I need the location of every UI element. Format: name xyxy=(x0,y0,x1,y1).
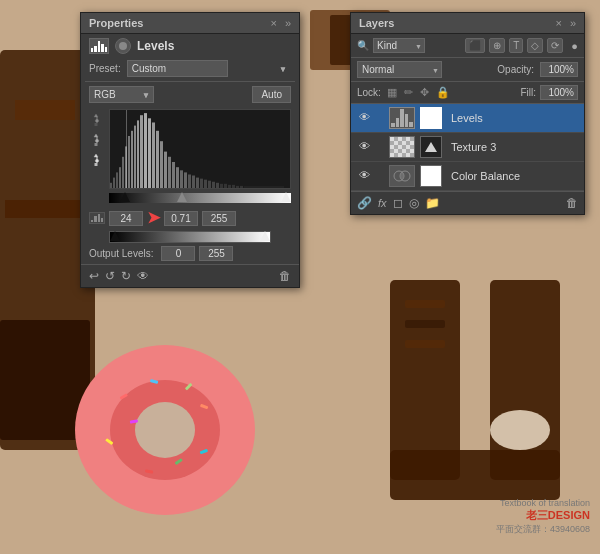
filter-pixel-icon[interactable]: ⬛ xyxy=(465,38,485,53)
properties-panel-header: Properties × » xyxy=(81,13,299,34)
properties-toolbar: ↩ ↺ ↻ 👁 🗑 xyxy=(81,264,299,287)
layers-tool-mask[interactable]: ◻ xyxy=(393,196,403,210)
filter-toggle[interactable]: ● xyxy=(571,40,578,52)
eyedropper-tools xyxy=(89,109,105,189)
colorbalance-layer-thumb xyxy=(389,165,415,187)
levels-title: Levels xyxy=(137,39,174,53)
svg-marker-69 xyxy=(425,142,437,152)
layer-row-colorbalance[interactable]: 👁 Color Balance xyxy=(351,162,584,191)
watermark: Textbook of translation 老三DESIGN 平面交流群：4… xyxy=(496,498,590,536)
channel-select[interactable]: RGB Red Green Blue xyxy=(89,86,154,103)
output-white-handle[interactable] xyxy=(260,231,270,241)
mid-input-handle[interactable] xyxy=(177,192,187,202)
layers-panel: Layers × » 🔍 Kind ▼ ⬛ ⊕ T ◇ ⟳ ● Normal M… xyxy=(350,12,585,215)
black-eyedropper[interactable] xyxy=(89,113,103,127)
watermark-line1: Textbook of translation xyxy=(496,498,590,508)
output-black-input[interactable] xyxy=(161,246,195,261)
preset-select[interactable]: Custom Default Darker Increase Contrast … xyxy=(127,60,228,77)
svg-rect-52 xyxy=(180,170,183,188)
svg-rect-32 xyxy=(110,183,112,188)
output-levels-area xyxy=(109,231,271,243)
layers-tool-group[interactable]: 📁 xyxy=(425,196,440,210)
svg-marker-28 xyxy=(94,134,99,143)
props-tool-icon-1[interactable]: ↩ xyxy=(89,269,99,283)
lock-transparent-icon[interactable]: ▦ xyxy=(385,85,399,100)
svg-rect-35 xyxy=(119,167,121,188)
svg-rect-68 xyxy=(244,186,284,188)
filter-adjustment-icon[interactable]: ⊕ xyxy=(489,38,505,53)
kind-select[interactable]: Kind xyxy=(373,38,425,53)
auto-button[interactable]: Auto xyxy=(252,86,291,103)
output-labels-row: Output Levels: xyxy=(81,243,299,264)
eye-icon-levels[interactable]: 👁 xyxy=(357,111,371,125)
blend-opacity-row: Normal Multiply Screen Overlay ▼ Opacity… xyxy=(351,58,584,82)
kind-select-wrapper: Kind ▼ xyxy=(373,38,425,53)
levels-layer-thumb xyxy=(389,107,415,129)
blend-select-wrapper: Normal Multiply Screen Overlay ▼ xyxy=(357,61,442,78)
watermark-brand: 老三DESIGN xyxy=(496,508,590,523)
watermark-group: 平面交流群：43940608 xyxy=(496,523,590,536)
properties-close-button[interactable]: × xyxy=(270,17,276,29)
layers-tool-adjustment[interactable]: ◎ xyxy=(409,196,419,210)
properties-expand-button[interactable]: » xyxy=(285,17,291,29)
gray-eyedropper[interactable] xyxy=(89,133,103,147)
svg-rect-54 xyxy=(188,174,191,188)
blend-mode-select[interactable]: Normal Multiply Screen Overlay xyxy=(357,61,442,78)
svg-rect-43 xyxy=(144,113,147,188)
black-input-handle[interactable] xyxy=(120,192,130,202)
svg-rect-44 xyxy=(148,118,151,188)
filter-type-icon[interactable]: T xyxy=(509,38,523,53)
lock-all-icon[interactable]: 🔒 xyxy=(434,85,452,100)
layer-row-texture3[interactable]: 👁 Texture 3 xyxy=(351,133,584,162)
output-white-input[interactable] xyxy=(199,246,233,261)
white-input-handle[interactable] xyxy=(281,192,291,202)
white-value-input[interactable] xyxy=(202,211,236,226)
input-gradient-track xyxy=(109,193,291,203)
levels-histogram-icon xyxy=(89,38,109,54)
svg-rect-3 xyxy=(5,200,85,218)
svg-rect-56 xyxy=(196,178,199,188)
eye-icon-texture3[interactable]: 👁 xyxy=(357,140,371,154)
svg-rect-27 xyxy=(95,123,98,126)
svg-point-7 xyxy=(135,402,195,458)
svg-rect-36 xyxy=(122,157,124,188)
layers-tool-delete[interactable]: 🗑 xyxy=(566,196,578,210)
white-eyedropper[interactable] xyxy=(89,153,103,167)
lock-move-icon[interactable]: ✥ xyxy=(418,85,431,100)
layers-expand-button[interactable]: » xyxy=(570,17,576,29)
layers-panel-title: Layers xyxy=(359,17,394,29)
fill-input[interactable] xyxy=(540,85,578,100)
lock-label: Lock: xyxy=(357,87,381,98)
opacity-input[interactable] xyxy=(540,62,578,77)
layers-close-button[interactable]: × xyxy=(555,17,561,29)
levels-layer-name: Levels xyxy=(447,112,578,124)
lock-brush-icon[interactable]: ✏ xyxy=(402,85,415,100)
props-tool-icon-4[interactable]: 👁 xyxy=(137,269,149,283)
svg-rect-45 xyxy=(152,122,155,188)
layers-tool-fx[interactable]: fx xyxy=(378,197,387,209)
layers-tool-link[interactable]: 🔗 xyxy=(357,196,372,210)
svg-rect-22 xyxy=(405,340,445,348)
output-black-handle[interactable] xyxy=(110,231,120,241)
svg-rect-33 xyxy=(113,178,115,188)
svg-rect-60 xyxy=(212,182,215,188)
svg-rect-59 xyxy=(208,181,211,188)
levels-mask-thumb xyxy=(420,107,442,129)
black-value-input[interactable] xyxy=(109,211,143,226)
props-tool-icon-2[interactable]: ↺ xyxy=(105,269,115,283)
eye-icon-colorbalance[interactable]: 👁 xyxy=(357,169,371,183)
props-tool-icon-5[interactable]: 🗑 xyxy=(279,269,291,283)
layer-row-levels[interactable]: 👁 Levels xyxy=(351,104,584,133)
svg-rect-34 xyxy=(116,172,118,188)
layers-toolbar: 🔗 fx ◻ ◎ 📁 🗑 xyxy=(351,191,584,214)
mid-value-input[interactable] xyxy=(164,211,198,226)
texture3-layer-name: Texture 3 xyxy=(447,141,578,153)
props-tool-icon-3[interactable]: ↻ xyxy=(121,269,131,283)
filter-smart-icon[interactable]: ⟳ xyxy=(547,38,563,53)
filter-shape-icon[interactable]: ◇ xyxy=(527,38,543,53)
svg-marker-26 xyxy=(94,114,99,123)
layers-panel-header: Layers × » xyxy=(351,13,584,34)
colorbalance-mask-thumb xyxy=(420,165,442,187)
input-values-row: ➤ xyxy=(81,207,299,229)
lock-icons-group: ▦ ✏ ✥ 🔒 xyxy=(385,85,452,100)
